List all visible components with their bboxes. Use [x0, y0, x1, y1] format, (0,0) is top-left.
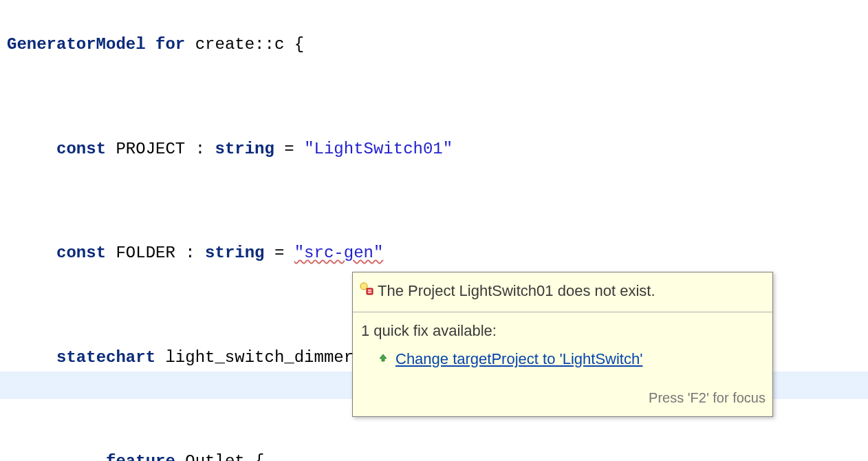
- keyword-for: for: [155, 35, 185, 54]
- generator-target: create::c: [195, 35, 285, 54]
- svg-rect-3: [368, 292, 371, 293]
- const-project-name: PROJECT: [116, 140, 185, 158]
- brace-open: {: [254, 452, 264, 461]
- const-folder-value: "src-gen": [294, 244, 384, 262]
- svg-rect-2: [368, 290, 371, 291]
- const-project-value: "LightSwitch01": [304, 140, 453, 158]
- type-sep: :: [185, 140, 215, 158]
- quickfix-link[interactable]: Change targetProject to 'LightSwitch': [395, 347, 642, 372]
- keyword-const: const: [56, 140, 106, 158]
- tooltip-error-message: The Project LightSwitch01 does not exist…: [378, 279, 655, 303]
- quickfix-change-icon: [378, 347, 389, 372]
- quickfix-heading: 1 quick fix available:: [361, 319, 764, 343]
- type-sep: :: [175, 244, 205, 262]
- statechart-name: light_switch_dimmer: [165, 348, 354, 367]
- eq: =: [265, 244, 294, 262]
- feature-name: Outlet: [185, 452, 244, 461]
- keyword-const: const: [56, 244, 106, 262]
- hover-tooltip[interactable]: The Project LightSwitch01 does not exist…: [352, 272, 773, 417]
- svg-point-0: [360, 283, 367, 290]
- brace-open: {: [294, 35, 304, 54]
- keyword-feature: feature: [106, 452, 175, 461]
- keyword-generatormodel: GeneratorModel: [7, 35, 146, 54]
- const-folder-name: FOLDER: [116, 244, 175, 262]
- keyword-string: string: [205, 244, 264, 262]
- tooltip-focus-hint: Press 'F2' for focus: [353, 382, 772, 416]
- error-lightbulb-icon: [360, 279, 373, 303]
- svg-rect-1: [367, 288, 373, 294]
- keyword-statechart: statechart: [56, 348, 155, 367]
- eq: =: [274, 140, 304, 158]
- keyword-string: string: [215, 140, 274, 158]
